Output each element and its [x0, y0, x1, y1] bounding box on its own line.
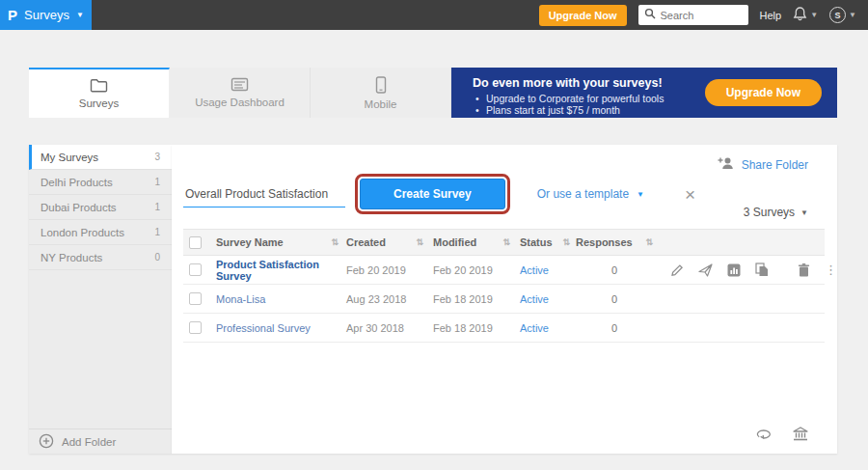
folder-count: 1 [154, 227, 160, 237]
column-header-status: Status [520, 236, 553, 248]
modified-cell: Feb 20 2019 [433, 264, 493, 276]
folder-label: Dubai Products [41, 202, 117, 213]
column-header-created: Created [346, 236, 386, 248]
template-link-label: Or use a template [537, 187, 629, 201]
folder-icon [90, 78, 108, 93]
create-survey-button[interactable]: Create Survey [360, 179, 505, 209]
brand-surveys-menu[interactable]: P Surveys ▼ [0, 0, 92, 30]
tab-label: Mobile [365, 98, 397, 110]
sort-icon[interactable]: ⇅ [331, 237, 339, 247]
modified-cell: Feb 18 2019 [433, 293, 493, 305]
survey-name-link[interactable]: Professional Survey [216, 322, 311, 334]
tab-label: Surveys [79, 97, 120, 109]
folder-count: 1 [154, 202, 160, 212]
responses-cell: 0 [576, 322, 653, 334]
send-plane-icon[interactable] [698, 263, 713, 277]
share-folder-button[interactable]: Share Folder [718, 156, 808, 173]
avatar: S [829, 7, 846, 23]
row-checkbox[interactable] [189, 292, 202, 305]
row-checkbox[interactable] [189, 321, 202, 334]
folder-label: London Products [41, 227, 124, 238]
search-icon [644, 8, 656, 22]
surveys-table: Survey Name ⇅ Created ⇅ Modified ⇅ Statu… [183, 229, 825, 343]
sidebar-item-ny-products[interactable]: NY Products 0 [29, 245, 172, 270]
account-menu[interactable]: S ▼ [829, 7, 856, 23]
surveys-panel: Share Folder Create Survey Or use a temp… [172, 145, 837, 454]
add-folder-label: Add Folder [62, 436, 116, 448]
select-all-checkbox[interactable] [189, 236, 202, 249]
add-folder-button[interactable]: Add Folder [29, 429, 172, 454]
survey-title-input[interactable] [183, 181, 345, 207]
app-logo: P [8, 8, 17, 22]
sort-icon[interactable]: ⇅ [562, 237, 570, 247]
folder-count: 3 [154, 152, 160, 162]
person-plus-icon [718, 156, 734, 173]
status-link[interactable]: Active [520, 264, 549, 276]
chevron-down-icon: ▼ [800, 208, 808, 217]
sort-icon[interactable]: ⇅ [416, 237, 423, 247]
product-label: Surveys [24, 8, 69, 22]
upgrade-promo-banner: Do even more with your surveys! Upgrade … [451, 68, 837, 118]
report-chart-icon[interactable] [727, 263, 741, 277]
status-link[interactable]: Active [520, 293, 549, 305]
folder-label: NY Products [41, 252, 102, 263]
row-checkbox[interactable] [189, 263, 202, 276]
chevron-down-icon: ▼ [810, 11, 818, 19]
promo-upgrade-button[interactable]: Upgrade Now [705, 79, 822, 106]
chevron-down-icon: ▼ [849, 11, 856, 19]
help-link[interactable]: Help [760, 10, 782, 21]
sort-icon[interactable]: ⇅ [645, 237, 653, 247]
status-link[interactable]: Active [520, 322, 549, 334]
sidebar-item-dubai-products[interactable]: Dubai Products 1 [29, 195, 172, 220]
notifications-button[interactable]: ▼ [793, 6, 818, 24]
search-input[interactable] [661, 10, 738, 21]
folders-sidebar: My Surveys 3 Delhi Products 1 Dubai Prod… [29, 145, 172, 454]
tab-mobile[interactable]: Mobile [311, 68, 451, 118]
top-navigation-bar: P Surveys ▼ Upgrade Now Help ▼ S ▼ [0, 0, 868, 30]
created-cell: Apr 30 2018 [346, 322, 404, 334]
responses-cell: 0 [576, 264, 653, 276]
search-box[interactable] [638, 5, 748, 25]
surveys-count-dropdown[interactable]: 3 Surveys ▼ [744, 206, 808, 219]
sidebar-item-london-products[interactable]: London Products 1 [29, 220, 172, 245]
tab-label: Usage Dashboard [195, 97, 285, 108]
promo-bullet-list: Upgrade to Corporate for powerful tools … [486, 93, 664, 116]
folder-label: My Surveys [41, 152, 98, 163]
column-header-modified: Modified [433, 236, 476, 248]
created-cell: Feb 20 2019 [346, 264, 406, 276]
sidebar-item-my-surveys[interactable]: My Surveys 3 [29, 145, 172, 170]
use-template-dropdown[interactable]: Or use a template ▼ [537, 187, 644, 201]
bell-icon [793, 6, 807, 24]
archive-bank-icon[interactable] [793, 427, 808, 441]
folder-label: Delhi Products [41, 177, 113, 188]
edit-pencil-icon[interactable] [670, 263, 684, 277]
chevron-down-icon: ▼ [76, 11, 84, 19]
promo-bullet: Upgrade to Corporate for powerful tools [486, 93, 664, 104]
column-header-survey-name: Survey Name [216, 236, 284, 248]
column-header-responses: Responses [576, 236, 633, 248]
folder-count: 1 [154, 177, 160, 187]
upgrade-now-button[interactable]: Upgrade Now [539, 5, 627, 26]
chevron-down-icon: ▼ [637, 190, 644, 199]
folder-count: 0 [154, 252, 160, 263]
copy-icon[interactable] [755, 263, 769, 277]
survey-name-link[interactable]: Mona-Lisa [216, 293, 265, 305]
table-row: Professional Survey Apr 30 2018 Feb 18 2… [183, 314, 825, 343]
delete-trash-icon[interactable] [798, 263, 810, 277]
sidebar-item-delhi-products[interactable]: Delhi Products 1 [29, 170, 172, 195]
promo-bullet: Plans start at just $75 / month [486, 104, 664, 116]
plus-circle-icon [39, 433, 54, 451]
responses-cell: 0 [576, 293, 653, 305]
more-vertical-icon[interactable]: ⋮ [825, 263, 838, 277]
created-cell: Aug 23 2018 [346, 293, 406, 305]
surveys-count-label: 3 Surveys [744, 206, 795, 219]
modified-cell: Feb 18 2019 [433, 322, 493, 334]
tab-surveys[interactable]: Surveys [29, 68, 170, 118]
close-icon[interactable]: × [685, 185, 695, 204]
sort-icon[interactable]: ⇅ [502, 237, 510, 247]
table-row: Product Satisfaction Survey Feb 20 2019 … [183, 256, 825, 285]
survey-name-link[interactable]: Product Satisfaction Survey [216, 259, 339, 282]
table-header-row: Survey Name ⇅ Created ⇅ Modified ⇅ Statu… [183, 229, 825, 256]
restore-loop-icon[interactable] [755, 428, 772, 440]
tab-usage-dashboard[interactable]: Usage Dashboard [170, 68, 311, 118]
